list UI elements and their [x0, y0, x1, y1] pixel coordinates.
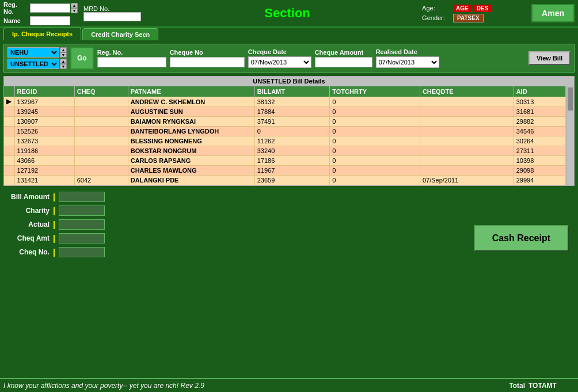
cheque-date-select[interactable]: 07/Nov/2013: [248, 56, 311, 68]
content-area: NEHU ▲ ▼ UNSETTLED ▲ ▼ Go Reg. No.: [0, 40, 578, 261]
filter-dropdown-1[interactable]: NEHU: [7, 47, 59, 58]
cell-regid: 43066: [14, 156, 74, 166]
cell-aid: 29994: [514, 176, 565, 185]
cell-regid: 132967: [14, 97, 74, 107]
header-reg-section: Reg. No. ▲ ▼ Name: [3, 1, 78, 25]
dropdown2-spin-down[interactable]: ▼: [60, 64, 67, 69]
dropdown1-spin-down[interactable]: ▼: [60, 52, 67, 58]
cash-receipt-button[interactable]: Cash Receipt: [474, 225, 569, 252]
row-arrow: ▶: [4, 97, 14, 107]
des-button[interactable]: DES: [474, 5, 492, 12]
cheque-amount-label: Cheque Amount: [315, 49, 372, 56]
table-row[interactable]: ▶ 132967 ANDREW C. SKHEMLON 38132 0 3031…: [4, 97, 566, 107]
filter-row: NEHU ▲ ▼ UNSETTLED ▲ ▼ Go Reg. No.: [3, 44, 575, 73]
cell-patname: BOKSTAR NONGRUM: [128, 146, 254, 156]
cell-aid: 29882: [514, 117, 565, 127]
reg-no-filter-input[interactable]: [97, 57, 166, 67]
cell-patname: BANTEIBORLANG LYNGDOH: [128, 127, 254, 136]
tab-credit-charity-secn[interactable]: Credit Charity Secn: [82, 28, 158, 40]
cell-cheqdte: [420, 166, 514, 176]
cell-totchrty: 0: [330, 166, 420, 176]
dropdown2-spin-up[interactable]: ▲: [60, 59, 67, 64]
cheque-no-label: Cheque No: [170, 49, 245, 56]
table-row[interactable]: 130907 BAIAMON RYNGKSAI 37491 0 29882: [4, 117, 566, 127]
table-row[interactable]: 152526 BANTEIBORLANG LYNGDOH 0 0 34546: [4, 127, 566, 136]
charity-row: Charity |: [3, 205, 230, 216]
cheque-no-input[interactable]: [170, 57, 245, 67]
cell-regid: 130907: [14, 117, 74, 127]
view-bill-button[interactable]: View Bill: [528, 51, 571, 65]
actual-row: Actual |: [3, 219, 230, 230]
cell-cheqdte: 07/Sep/2011: [420, 176, 514, 185]
col-cheq: CHEQ: [74, 86, 128, 97]
cell-totchrty: 0: [330, 156, 420, 166]
cell-cheqdte: [420, 97, 514, 107]
main-table: REGID CHEQ PATNAME BILLAMT TOTCHRTY CHEQ…: [4, 86, 566, 185]
cell-billamt: 23659: [254, 176, 330, 185]
cell-cheqdte: [420, 136, 514, 146]
cell-patname: ANDREW C. SKHEMLON: [128, 97, 254, 107]
reg-no-spin-down[interactable]: ▼: [71, 8, 78, 13]
cell-patname: DALANGKI PDE: [128, 176, 254, 185]
reg-no-spin-up[interactable]: ▲: [71, 3, 78, 8]
bill-amount-value: [59, 192, 105, 202]
dropdown1-spin-up[interactable]: ▲: [60, 47, 67, 52]
cell-totchrty: 0: [330, 176, 420, 185]
cell-billamt: 38132: [254, 97, 330, 107]
col-cheqdte: CHEQDTE: [420, 86, 514, 97]
cell-cheqdte: [420, 127, 514, 136]
cell-billamt: 0: [254, 127, 330, 136]
mrd-no-input[interactable]: [83, 12, 141, 21]
row-arrow: [4, 166, 14, 176]
table-row[interactable]: 131421 6042 DALANGKI PDE 23659 0 07/Sep/…: [4, 176, 566, 185]
footer-marquee: I know your afflictions and your poverty…: [3, 382, 497, 390]
cheq-amt-row: Cheq Amt |: [3, 233, 230, 243]
bottom-right: Cash Receipt: [468, 189, 575, 257]
gender-label: Gender:: [422, 14, 451, 21]
table-container: UNSETTLED Bill Details REGID CHEQ PATNAM…: [3, 76, 575, 186]
table-scrollbar[interactable]: [566, 86, 574, 185]
cell-totchrty: 0: [330, 97, 420, 107]
table-row[interactable]: 43066 CARLOS RAPSANG 17186 0 10398: [4, 156, 566, 166]
section-title: Section: [153, 6, 422, 21]
cell-cheqdte: [420, 117, 514, 127]
reg-no-input[interactable]: [30, 3, 70, 13]
cell-totchrty: 0: [330, 107, 420, 117]
footer-totamt-label: TOTAMT: [528, 382, 575, 390]
cell-cheqdte: [420, 156, 514, 166]
bottom-section: Bill Amount | Charity | Actual | Cheq Am…: [3, 189, 575, 257]
amen-button[interactable]: Amen: [531, 4, 575, 22]
patsex-button[interactable]: PATSEX: [453, 14, 484, 22]
actual-label: Actual: [3, 220, 50, 229]
cell-cheq: [74, 146, 128, 156]
table-row[interactable]: 139245 AUGUSTINE SUN 17884 0 31681: [4, 107, 566, 117]
header-mrd-section: MRD No.: [83, 5, 153, 21]
table-row[interactable]: 127192 CHARLES MAWLONG 11967 0 29098: [4, 166, 566, 176]
tab-ip-cheque-receipts[interactable]: Ip. Cheque Receipts: [3, 28, 81, 40]
cell-patname: AUGUSTINE SUN: [128, 107, 254, 117]
cheq-no-row: Cheq No. |: [3, 247, 230, 257]
table-row[interactable]: 132673 BLESSING NONGNENG 11262 0 30264: [4, 136, 566, 146]
cheque-amount-input[interactable]: [315, 57, 372, 67]
cell-aid: 30313: [514, 97, 565, 107]
cell-aid: 29098: [514, 166, 565, 176]
cell-cheq: [74, 127, 128, 136]
name-input[interactable]: [30, 16, 70, 25]
header-right-section: Age: AGE DES Gender: PATSEX: [422, 5, 526, 22]
age-button[interactable]: AGE: [453, 5, 471, 12]
filter-dropdown-2[interactable]: UNSETTLED: [7, 59, 59, 69]
realised-date-select[interactable]: 07/Nov/2013: [376, 56, 439, 68]
cell-aid: 34546: [514, 127, 565, 136]
go-button[interactable]: Go: [70, 47, 94, 70]
name-label: Name: [3, 17, 28, 24]
table-row[interactable]: 119186 BOKSTAR NONGRUM 33240 0 27311: [4, 146, 566, 156]
bottom-left: Bill Amount | Charity | Actual | Cheq Am…: [3, 189, 230, 257]
cell-regid: 132673: [14, 136, 74, 146]
cell-billamt: 11262: [254, 136, 330, 146]
charity-label: Charity: [3, 207, 50, 215]
cheq-no-label: Cheq No.: [3, 248, 50, 256]
col-totchrty: TOTCHRTY: [330, 86, 420, 97]
cell-aid: 30264: [514, 136, 565, 146]
cheq-no-value: [59, 247, 105, 257]
cell-cheq: [74, 117, 128, 127]
